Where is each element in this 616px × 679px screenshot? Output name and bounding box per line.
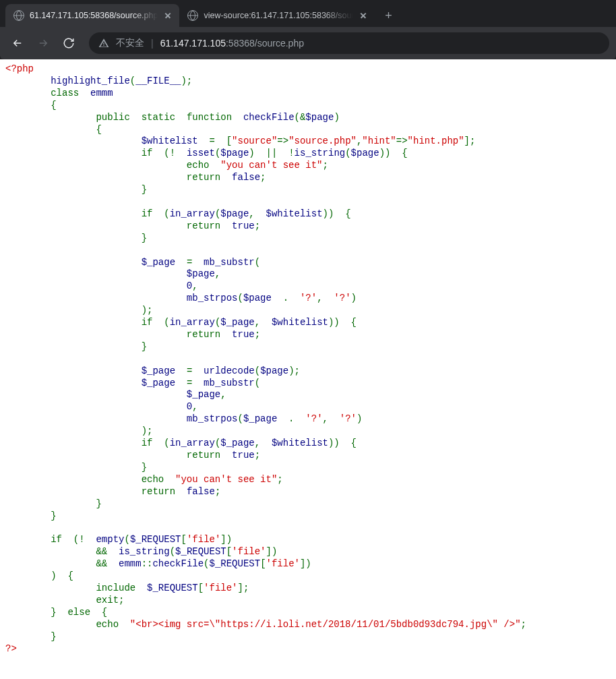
address-bar[interactable]: 不安全 | 61.147.171.105:58368/source.php <box>89 32 609 54</box>
forward-button[interactable] <box>32 32 54 54</box>
tab-title: view-source:61.147.171.105:58368/source.… <box>204 11 353 20</box>
tab-title: 61.147.171.105:58368/source.php <box>30 11 158 20</box>
browser-chrome: 61.147.171.105:58368/source.php view-sou… <box>0 0 616 59</box>
globe-icon <box>13 10 24 21</box>
tab-strip: 61.147.171.105:58368/source.php view-sou… <box>0 0 616 27</box>
toolbar: 不安全 | 61.147.171.105:58368/source.php <box>0 27 616 59</box>
new-tab-button[interactable]: + <box>379 6 398 25</box>
php-open-tag: <?php <box>5 63 34 74</box>
globe-icon <box>187 10 198 21</box>
insecure-label: 不安全 <box>116 37 144 49</box>
warning-icon <box>98 38 109 49</box>
omnibox-url: 61.147.171.105:58368/source.php <box>160 38 304 49</box>
tab-1[interactable]: 61.147.171.105:58368/source.php <box>5 4 179 27</box>
omnibox-separator: | <box>151 38 154 49</box>
close-icon[interactable] <box>359 11 368 20</box>
reload-button[interactable] <box>58 32 80 54</box>
page-content: <?php highlight_file(__FILE__); class em… <box>0 59 616 668</box>
close-icon[interactable] <box>163 11 173 20</box>
back-button[interactable] <box>7 32 28 54</box>
tab-2[interactable]: view-source:61.147.171.105:58368/source.… <box>179 4 375 27</box>
php-close-tag: ?> <box>5 643 17 654</box>
